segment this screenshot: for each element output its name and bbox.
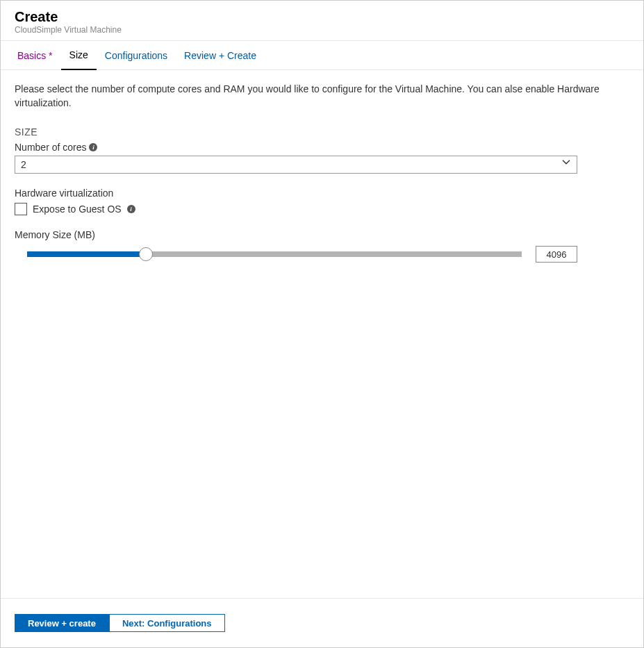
- hw-virtualization-label: Hardware virtualization: [15, 188, 629, 199]
- cores-label: Number of cores: [15, 142, 86, 153]
- tab-size[interactable]: Size: [61, 41, 97, 70]
- page-subtitle: CloudSimple Virtual Machine: [15, 25, 629, 35]
- page-title: Create: [15, 9, 629, 25]
- size-description: Please select the number of compute core…: [15, 83, 629, 110]
- tab-configurations[interactable]: Configurations: [97, 41, 176, 69]
- cores-value: 2: [21, 159, 26, 170]
- slider-fill: [27, 251, 146, 257]
- memory-slider-area: 4096: [15, 246, 577, 263]
- cores-label-row: Number of cores i: [15, 142, 629, 153]
- slider-thumb[interactable]: [139, 247, 153, 261]
- cores-select[interactable]: 2: [15, 156, 577, 174]
- tab-review-create[interactable]: Review + Create: [176, 41, 265, 69]
- size-section-heading: SIZE: [15, 126, 629, 138]
- chevron-down-icon: [561, 158, 571, 169]
- page-header: Create CloudSimple Virtual Machine: [1, 1, 643, 41]
- memory-slider[interactable]: [27, 251, 522, 257]
- info-icon[interactable]: i: [127, 205, 135, 213]
- tab-basics[interactable]: Basics *: [9, 41, 61, 69]
- expose-guest-os-checkbox[interactable]: [15, 203, 27, 215]
- expose-guest-os-label: Expose to Guest OS: [33, 203, 122, 215]
- memory-label: Memory Size (MB): [15, 229, 629, 240]
- memory-value-input[interactable]: 4096: [536, 246, 577, 263]
- footer-bar: Review + create Next: Configurations: [1, 598, 643, 647]
- info-icon[interactable]: i: [89, 143, 97, 151]
- review-create-button[interactable]: Review + create: [15, 614, 109, 632]
- tab-bar: Basics * Size Configurations Review + Cr…: [1, 41, 643, 70]
- hw-checkbox-row: Expose to Guest OS i: [15, 203, 629, 215]
- content-panel: Please select the number of compute core…: [1, 70, 643, 598]
- next-configurations-button[interactable]: Next: Configurations: [109, 614, 225, 632]
